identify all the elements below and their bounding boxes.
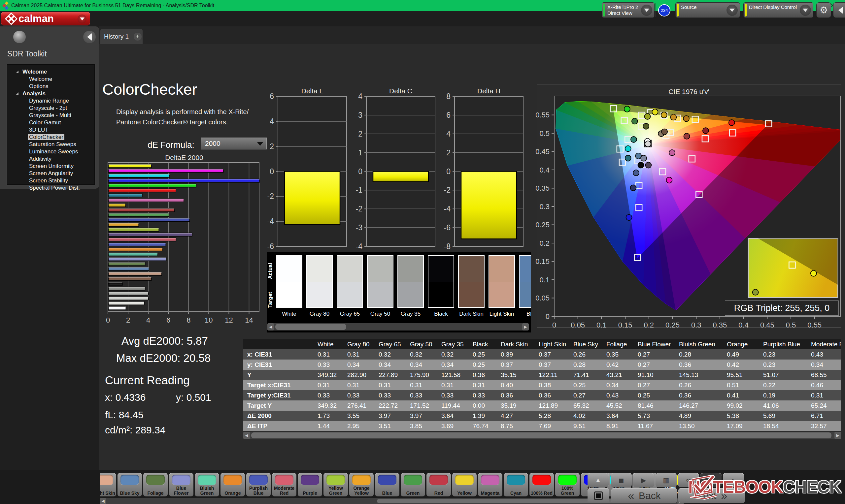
source-dropdown[interactable]: Source xyxy=(675,2,740,18)
table-cell: 0.26 xyxy=(570,349,603,360)
chevrons-left-icon: « xyxy=(628,489,634,502)
table-cell: 0.33 xyxy=(407,390,438,400)
scroll-right-icon[interactable]: ▶ xyxy=(522,323,529,330)
pattern-button-moderate-red[interactable]: Moderate Red xyxy=(272,473,296,497)
tree-item-colorchecker[interactable]: ColorChecker xyxy=(7,133,94,141)
table-header-cell: Blue Flower xyxy=(634,339,676,349)
de-formula-select[interactable]: 2000 xyxy=(201,138,267,149)
pattern-button-cyan[interactable]: Cyan xyxy=(504,473,528,497)
delta-l-chart: 6420-2-4-6 xyxy=(263,96,349,261)
tree-item-options[interactable]: Options xyxy=(7,83,94,90)
table-cell: 146.27 xyxy=(676,400,723,411)
display-control-dropdown[interactable]: Direct Display Control xyxy=(743,2,813,18)
tree-item-additivity[interactable]: Additivity xyxy=(7,155,94,163)
pattern-button-blue[interactable]: Blue xyxy=(375,473,399,497)
table-cell: 145.13 xyxy=(676,370,723,380)
table-cell: Target x:CIE31 xyxy=(243,380,314,390)
table-cell: 0.31 xyxy=(808,390,841,400)
calman-logo-icon xyxy=(4,12,18,25)
table-cell: 0.40 xyxy=(497,380,535,390)
table-cell: 0.31 xyxy=(469,380,497,390)
stop-pattern-button[interactable] xyxy=(587,488,609,503)
table-cell: 0.19 xyxy=(760,390,808,400)
tree-item-color-gamut[interactable]: Color Gamut xyxy=(7,119,94,126)
svg-text:0.55: 0.55 xyxy=(807,321,822,329)
table-cell: 13.50 xyxy=(676,421,723,431)
tree-item-screen-angularity[interactable]: Screen Angularity xyxy=(7,170,94,177)
pattern-button-light-skin[interactable]: Light Skin xyxy=(100,473,116,497)
sidebar-status-orb[interactable] xyxy=(13,31,26,43)
calman-menu-button[interactable]: calman xyxy=(1,12,90,25)
tree-item-screen-stability[interactable]: Screen Stability xyxy=(7,177,94,184)
toolbar-icon-button-0[interactable]: ◼ xyxy=(611,473,632,487)
tree-item-spectral-power-dist-[interactable]: Spectral Power Dist. xyxy=(7,184,94,192)
delta-l-title: Delta L xyxy=(278,87,347,95)
table-cell: 0.36 xyxy=(469,370,497,380)
pattern-button-magenta[interactable]: Magenta xyxy=(478,473,503,497)
pattern-button-green[interactable]: Green xyxy=(401,473,425,497)
tree-item-grayscale-2pt[interactable]: Grayscale - 2pt xyxy=(7,105,94,112)
scroll-left-icon[interactable]: ◀ xyxy=(267,323,274,330)
toolbar-icon-button-1[interactable]: ▶ xyxy=(633,473,654,487)
table-cell: 121.58 xyxy=(438,370,469,380)
pattern-button-100-red[interactable]: 100% Red xyxy=(529,473,554,497)
pattern-button-foliage[interactable]: Foliage xyxy=(143,473,168,497)
table-cell: ΔE 2000 xyxy=(243,411,314,421)
cie-measured-marker xyxy=(624,106,630,112)
scroll-up-button[interactable]: ▲ xyxy=(587,473,609,487)
back-button[interactable]: « Back xyxy=(611,488,677,503)
cie-measured-marker xyxy=(625,146,631,152)
table-cell: 171.52 xyxy=(407,400,438,411)
pattern-button-100-green[interactable]: 100% Green xyxy=(555,473,580,497)
tree-item-saturation-sweeps[interactable]: Saturation Sweeps xyxy=(7,141,94,148)
svg-text:0.25: 0.25 xyxy=(535,221,550,229)
pattern-button-blue-flower[interactable]: Blue Flower xyxy=(169,473,193,497)
tree-item-analysis[interactable]: Analysis xyxy=(7,90,94,97)
meter-dropdown[interactable]: X-Rite i1Pro 2 Direct View xyxy=(602,2,654,18)
settings-button[interactable]: ⚙ xyxy=(816,2,831,18)
tree-item-dynamic-range[interactable]: Dynamic Range xyxy=(7,97,94,105)
toolbar-icon-button-2[interactable]: ▥ xyxy=(655,473,677,487)
tree-item-3d-lut[interactable]: 3D LUT xyxy=(7,126,94,133)
meter-count-badge[interactable]: 234 xyxy=(658,4,670,17)
tree-item-welcome[interactable]: Welcome xyxy=(7,68,94,75)
scroll-right-icon[interactable]: ▶ xyxy=(834,432,841,439)
delta-h-chart: 86420-2-4-6-8 xyxy=(440,96,526,261)
pattern-button-purple[interactable]: Purple xyxy=(298,473,322,497)
panel-collapse-button[interactable] xyxy=(833,2,845,18)
table-cell: 282.90 xyxy=(344,370,375,380)
swatch-name: Light Skin xyxy=(489,311,515,317)
swatch-light-skin xyxy=(489,255,515,308)
table-cell: y: CIE31 xyxy=(243,360,314,370)
scroll-left-icon[interactable]: ◀ xyxy=(100,498,106,504)
svg-text:-2: -2 xyxy=(444,186,451,194)
pattern-button-yellow-green[interactable]: Yellow Green xyxy=(323,473,348,497)
pattern-button-orange-yellow[interactable]: Orange Yellow xyxy=(349,473,374,497)
svg-text:0.4: 0.4 xyxy=(539,166,550,174)
sidebar-collapse-button[interactable] xyxy=(83,31,96,43)
tree-item-grayscale-multi[interactable]: Grayscale - Multi xyxy=(7,112,94,119)
pattern-button-orange[interactable]: Orange xyxy=(221,473,245,497)
svg-text:0.2: 0.2 xyxy=(644,321,654,329)
tree-item-luminance-sweeps[interactable]: Luminance Sweeps xyxy=(7,148,94,155)
cie-measured-marker xyxy=(626,214,632,220)
tree-item-welcome[interactable]: Welcome xyxy=(7,75,94,83)
table-header-cell xyxy=(243,339,314,349)
scroll-left-icon[interactable]: ◀ xyxy=(243,432,250,439)
swatch-scrollbar[interactable]: ◀ ▶ xyxy=(267,323,529,330)
tab-history[interactable]: History 1 xyxy=(100,29,133,44)
table-scrollbar[interactable]: ◀ ▶ xyxy=(243,432,841,439)
table-cell: 3.97 xyxy=(407,411,438,421)
pattern-button-purplish-blue[interactable]: Purplish Blue xyxy=(246,473,271,497)
table-cell: 0.27 xyxy=(634,380,676,390)
calman-dropdown-icon[interactable] xyxy=(77,15,87,23)
table-cell: 43.21 xyxy=(603,370,634,380)
pattern-button-yellow[interactable]: Yellow xyxy=(452,473,477,497)
pattern-button-red[interactable]: Red xyxy=(426,473,451,497)
tab-add-button[interactable]: + xyxy=(133,29,143,44)
pattern-button-blue-sky[interactable]: Blue Sky xyxy=(118,473,142,497)
table-cell: 0.00 xyxy=(469,400,497,411)
tree-item-screen-uniformity[interactable]: Screen Uniformity xyxy=(7,163,94,170)
pattern-button-bluish-green[interactable]: Bluish Green xyxy=(195,473,219,497)
svg-text:0.5: 0.5 xyxy=(786,321,796,329)
